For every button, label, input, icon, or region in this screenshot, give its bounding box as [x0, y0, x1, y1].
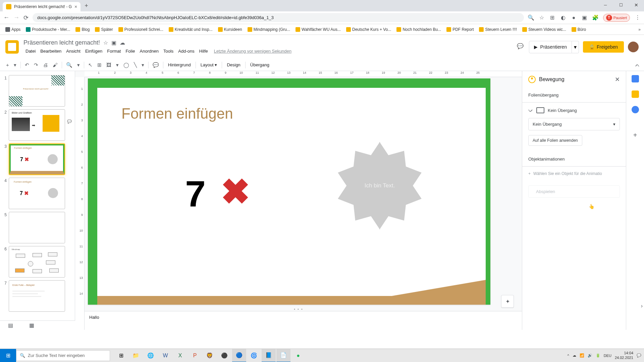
redo-button[interactable]: ↷ — [32, 61, 40, 69]
url-input[interactable] — [33, 13, 524, 22]
brave-icon[interactable]: 🦁 — [203, 349, 217, 362]
filmstrip-view-button[interactable]: ▤ — [0, 321, 21, 330]
bookmark-item[interactable]: Deutsche Kurs + Vo... — [344, 26, 393, 33]
design-button[interactable]: Design — [224, 61, 243, 69]
calendar-icon[interactable] — [632, 75, 639, 82]
chrome-icon[interactable]: 🔵 — [232, 349, 246, 362]
line-dropdown[interactable]: ▾ — [140, 61, 146, 69]
new-slide-dropdown[interactable]: ▾ — [12, 61, 18, 69]
transition-button[interactable]: Übergang — [248, 61, 272, 69]
back-button[interactable]: ← — [3, 14, 9, 21]
bookmark-item[interactable]: Mindmapping (Gru... — [246, 26, 292, 33]
slide-thumb-1[interactable]: Präsentieren leicht gemacht! — [9, 75, 65, 107]
task-view-icon[interactable]: ⊞ — [114, 349, 128, 362]
slide-thumb-6[interactable]: Mindmap — [9, 246, 65, 278]
comment-tool[interactable]: 💬 — [151, 61, 161, 69]
menu-file[interactable]: Datei — [23, 47, 38, 55]
minimize-button[interactable]: ─ — [598, 0, 613, 10]
extension1-icon[interactable]: ◐ — [560, 15, 566, 21]
menu-addons[interactable]: Add-ons — [176, 47, 196, 55]
slide-heading[interactable]: Formen einfügen — [121, 105, 233, 122]
bookmark-item[interactable]: Büro — [570, 26, 588, 33]
transition-dropdown[interactable]: Kein Übergang ▾ — [528, 118, 620, 130]
browser-tab[interactable]: Präsentieren leicht gemacht! - G × — [3, 2, 80, 11]
tray-up-icon[interactable]: ^ — [568, 354, 569, 358]
star-icon[interactable]: ☆ — [539, 15, 545, 21]
menu-help[interactable]: Hilfe — [197, 47, 210, 55]
bookmark-item[interactable]: Später — [93, 26, 115, 33]
forward-button[interactable]: → — [13, 14, 19, 21]
slide-thumb-3[interactable]: Formen einfügen 7 ✖ — [9, 143, 65, 175]
paint-format-button[interactable]: 🖌 — [51, 61, 60, 69]
tray-battery-icon[interactable]: 🔋 — [596, 353, 600, 358]
bookmarks-overflow-icon[interactable]: » — [638, 27, 641, 32]
print-button[interactable]: 🖨 — [41, 61, 50, 69]
maximize-button[interactable]: ☐ — [613, 0, 629, 10]
new-slide-button[interactable]: + — [4, 61, 11, 69]
add-addon-button[interactable]: + — [633, 131, 637, 139]
layout-button[interactable]: Layout ▾ — [198, 61, 220, 69]
image-tool[interactable]: 🖼 — [104, 61, 113, 69]
present-dropdown[interactable]: ▾ — [572, 41, 579, 53]
red-x-shape[interactable] — [222, 178, 249, 204]
slide-thumb-4[interactable]: Formen einfügen 7 ✖ — [9, 178, 65, 209]
tray-onedrive-icon[interactable]: ☁ — [573, 353, 576, 358]
bookmark-item[interactable]: Noch hochladen Bu... — [394, 26, 443, 33]
present-button[interactable]: ▶ Präsentieren — [529, 41, 572, 53]
speaker-notes[interactable]: Hallo — [85, 311, 522, 330]
document-title[interactable]: Präsentieren leicht gemacht! — [23, 39, 100, 46]
bookmark-item[interactable]: Kursideen — [216, 26, 244, 33]
edge2-icon[interactable]: 🌀 — [247, 349, 261, 362]
edge-icon[interactable]: 🌐 — [144, 349, 158, 362]
tray-clock[interactable]: 14:04 24.02.2021 — [615, 351, 633, 360]
slide-thumb-5[interactable] — [9, 212, 65, 243]
menu-view[interactable]: Ansicht — [64, 47, 83, 55]
tasks-icon[interactable] — [632, 106, 639, 113]
keep-icon[interactable] — [632, 90, 639, 98]
bookmark-item[interactable]: Professionell Schrei... — [116, 26, 165, 33]
bookmark-item[interactable]: Produktsuche - Mer... — [24, 26, 72, 33]
tray-volume-icon[interactable]: 🔊 — [588, 353, 592, 358]
obs-icon[interactable]: ⚫ — [217, 349, 231, 362]
explore-button[interactable]: ✦ — [501, 295, 514, 308]
menu-insert[interactable]: Einfügen — [83, 47, 104, 55]
comments-icon[interactable]: 💬 — [517, 43, 525, 51]
image-dropdown[interactable]: ▾ — [114, 61, 121, 69]
panel-close-icon[interactable]: ✕ — [615, 76, 620, 83]
apps-bookmark[interactable]: Apps — [3, 26, 22, 33]
textbox-tool[interactable]: ⊞ — [95, 61, 104, 69]
slide-thumb-2[interactable]: Bilder und Grafiken ➡ — [9, 109, 65, 141]
apply-all-button[interactable]: Auf alle Folien anwenden — [528, 135, 582, 146]
word-icon[interactable]: W — [158, 349, 172, 362]
last-edit-info[interactable]: Letzte Änderung vor wenigen Sekunden — [211, 47, 295, 55]
transition-row[interactable]: ᨆ Kein Übergang — [522, 103, 626, 118]
share-button[interactable]: 🔒 Freigeben — [583, 41, 624, 53]
line-tool[interactable]: ╲ — [132, 61, 139, 69]
close-window-button[interactable]: ✕ — [629, 0, 644, 10]
tray-lang[interactable]: DEU — [604, 354, 611, 358]
windows-search[interactable]: 🔍 Zur Suche Text hier eingeben — [16, 350, 110, 361]
powerpoint-icon[interactable]: P — [188, 349, 202, 362]
slide-number-seven[interactable]: 7 — [185, 172, 206, 215]
chevron-down-icon[interactable]: ᨆ — [528, 107, 533, 113]
collapse-toolbar-icon[interactable]: ᨈ — [635, 62, 640, 68]
menu-icon[interactable]: ⋮ — [635, 15, 641, 21]
extension2-icon[interactable]: ● — [571, 15, 577, 21]
app1-icon[interactable]: 📘 — [262, 349, 276, 362]
excel-icon[interactable]: X — [173, 349, 187, 362]
bookmark-item[interactable]: Kreativität und Insp... — [167, 26, 215, 33]
extension3-icon[interactable]: ▣ — [582, 15, 588, 21]
slide-canvas[interactable]: Formen einfügen 7 Ich bin Text. — [88, 78, 490, 305]
hide-rail-icon[interactable]: › — [641, 303, 643, 309]
bookmark-item[interactable]: Steuern Videos wic... — [520, 26, 568, 33]
slide-comment-icon[interactable]: 💬 — [67, 119, 72, 124]
bookmark-item[interactable]: Steuern Lesen !!!! — [477, 26, 519, 33]
explorer-icon[interactable]: 📁 — [129, 349, 143, 362]
zoom-icon[interactable]: 🔍 — [528, 15, 534, 21]
star-document-icon[interactable]: ☆ — [103, 40, 108, 46]
cloud-status-icon[interactable]: ☁ — [120, 40, 125, 46]
move-document-icon[interactable]: ▣ — [111, 40, 116, 46]
slides-logo-icon[interactable] — [5, 40, 19, 54]
zoom-dropdown[interactable]: ▾ — [75, 61, 82, 69]
tray-notifications-icon[interactable]: 💬 — [637, 353, 641, 358]
